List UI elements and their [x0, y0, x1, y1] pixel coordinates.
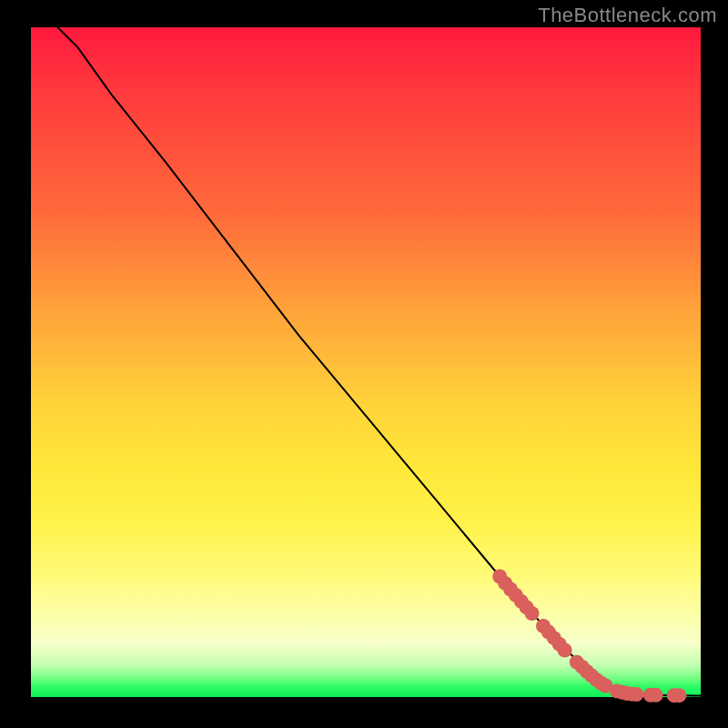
plot-area [31, 27, 701, 697]
data-point [525, 606, 540, 621]
chart-svg [31, 27, 701, 697]
chart-stage: TheBottleneck.com [0, 0, 728, 728]
data-points [492, 570, 686, 703]
data-point [672, 688, 686, 703]
data-point [558, 643, 572, 658]
data-point [649, 688, 663, 703]
data-point [629, 687, 643, 702]
watermark-text: TheBottleneck.com [538, 4, 717, 27]
main-curve [57, 27, 701, 696]
